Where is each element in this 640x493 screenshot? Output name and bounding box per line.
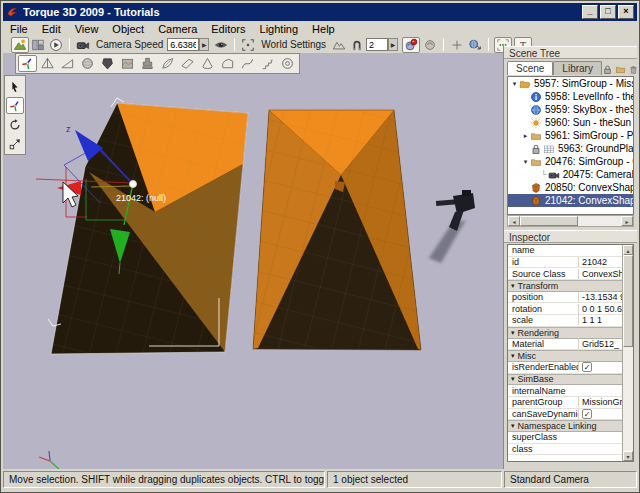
scroll-right-button[interactable]: ▸: [621, 216, 633, 226]
tree-item[interactable]: 20850: ConvexShape: [508, 181, 633, 194]
tree-item[interactable]: ▾5957: SimGroup - MissionGroup: [508, 77, 633, 90]
scroll-up-button[interactable]: ▴: [623, 245, 633, 255]
viewport-3d[interactable]: z 21042: (null): [3, 53, 506, 469]
menu-editors[interactable]: Editors: [204, 23, 252, 35]
tree-item[interactable]: 5960: Sun - theSun: [508, 116, 633, 129]
pyramid-icon: [40, 56, 55, 71]
tree-item[interactable]: └20475: CameraBookmark [N: [508, 168, 633, 181]
snap-size-input[interactable]: [366, 38, 388, 51]
gizmo-tool-button[interactable]: [18, 55, 37, 72]
inspector-section-misc[interactable]: ▾Misc: [508, 350, 622, 362]
inspector-field-internalname: internalName: [508, 385, 622, 397]
snap-size-spinner[interactable]: ▶: [388, 38, 398, 51]
wedge-tool-button[interactable]: [178, 55, 197, 72]
tree-item[interactable]: 21042: ConvexShape: [508, 194, 633, 207]
object-snap-button[interactable]: [348, 37, 366, 53]
magnet-icon: [350, 38, 364, 52]
field-value[interactable]: Grid512_: [578, 338, 622, 349]
new-group-icon[interactable]: [615, 64, 626, 75]
inspector-section-rendering[interactable]: ▾Rendering: [508, 327, 622, 339]
maximize-button[interactable]: □: [600, 5, 616, 19]
menu-lighting[interactable]: Lighting: [253, 23, 306, 35]
inspector-vscrollbar[interactable]: ▴ ▾: [622, 245, 633, 461]
tree-item[interactable]: 5958: LevelInfo - theLevelInfo: [508, 90, 633, 103]
box-tool-button[interactable]: [118, 55, 137, 72]
drop-world-icon: [468, 38, 482, 52]
scroll-thumb[interactable]: [520, 216, 578, 226]
tab-library[interactable]: Library: [553, 61, 602, 75]
grid-snap-button[interactable]: [421, 37, 439, 53]
scale-tool-button[interactable]: [6, 135, 24, 152]
expand-right-icon[interactable]: ▸: [521, 132, 530, 140]
close-button[interactable]: ×: [618, 5, 634, 19]
inspector-field-parentgroup: parentGroupMissionGroup: [508, 397, 622, 409]
expand-down-icon[interactable]: ▾: [521, 158, 530, 166]
visibility-button[interactable]: [212, 37, 230, 53]
camera-menu-button[interactable]: [74, 37, 92, 53]
delete-icon[interactable]: [628, 64, 639, 75]
tab-scene[interactable]: Scene: [507, 61, 553, 75]
inspector-section-namespace-linking[interactable]: ▾Namespace Linking: [508, 420, 622, 432]
camera-speed-spinner[interactable]: ▶: [199, 38, 209, 51]
expand-down-icon[interactable]: ▾: [510, 80, 519, 88]
tree-item[interactable]: 5963: GroundPlane: [508, 142, 633, 155]
rotate-tool-button[interactable]: [6, 116, 24, 133]
pyramid-tool-button[interactable]: [38, 55, 57, 72]
drop-location-button[interactable]: [466, 37, 484, 53]
field-label: id: [508, 257, 578, 267]
inspector-section-transform[interactable]: ▾Transform: [508, 280, 622, 292]
torus-tool-button[interactable]: [278, 55, 297, 72]
field-value[interactable]: 1 1 1: [578, 315, 622, 325]
scroll-down-button[interactable]: ▾: [623, 451, 633, 461]
field-value[interactable]: ✓: [578, 362, 622, 372]
camera-speed-input[interactable]: [167, 38, 199, 51]
menu-object[interactable]: Object: [105, 23, 151, 35]
checkbox[interactable]: ✓: [582, 409, 592, 419]
move-tool-button[interactable]: [6, 97, 24, 114]
menu-camera[interactable]: Camera: [151, 23, 204, 35]
checkbox[interactable]: ✓: [582, 362, 592, 372]
inspector-section-simbase[interactable]: ▾SimBase: [508, 374, 622, 386]
select-tool-button[interactable]: [6, 78, 24, 95]
menu-file[interactable]: File: [3, 23, 35, 35]
field-value[interactable]: 21042: [578, 257, 622, 267]
magnet-icon: [350, 38, 364, 52]
scroll-thumb[interactable]: [623, 255, 633, 347]
terrain-snap-button[interactable]: [330, 37, 348, 53]
slope-tool-button[interactable]: [58, 55, 77, 72]
weapon-object[interactable]: [429, 190, 475, 263]
field-value[interactable]: ✓: [578, 409, 622, 419]
menu-edit[interactable]: Edit: [35, 23, 68, 35]
menu-view[interactable]: View: [68, 23, 106, 35]
stairs-tool-button[interactable]: [258, 55, 277, 72]
shield-tool-button[interactable]: [98, 55, 117, 72]
convex-shape-20850[interactable]: [253, 110, 421, 350]
gui-editor-button[interactable]: [29, 37, 47, 53]
tree-item[interactable]: 5959: SkyBox - theSky: [508, 103, 633, 116]
sphere-tool-button[interactable]: [78, 55, 97, 72]
world-editor-button[interactable]: [11, 37, 29, 53]
gizmo-center-handle[interactable]: [130, 181, 137, 188]
field-value[interactable]: MissionGroup: [578, 397, 622, 407]
play-button[interactable]: [47, 37, 65, 53]
tree-item-label: 5957: SimGroup - MissionGroup: [534, 78, 633, 89]
cone-tool-button[interactable]: [198, 55, 217, 72]
add-object-button[interactable]: [448, 37, 466, 53]
curve-tool-button[interactable]: [238, 55, 257, 72]
tree-item[interactable]: ▸5961: SimGroup - PlayerDropP: [508, 129, 633, 142]
scene-tree-hscrollbar[interactable]: ◂ ▸: [507, 215, 634, 227]
shell-tool-button[interactable]: [218, 55, 237, 72]
tree-item[interactable]: ▾20476: SimGroup - CameraBoo: [508, 155, 633, 168]
frame-selection-button[interactable]: [239, 37, 257, 53]
field-value[interactable]: 0 0 1 50.6699: [578, 304, 622, 314]
leaf-tool-button[interactable]: [158, 55, 177, 72]
lock-selection-icon[interactable]: [602, 64, 613, 75]
stamp-tool-button[interactable]: [138, 55, 157, 72]
field-value[interactable]: -13.1534 9.124: [578, 292, 622, 302]
weapon-shadow: [429, 220, 466, 263]
soft-snap-toggle[interactable]: [402, 37, 420, 53]
scroll-left-button[interactable]: ◂: [508, 216, 520, 226]
field-value[interactable]: ConvexShape: [578, 269, 622, 279]
minimize-button[interactable]: _: [582, 5, 598, 19]
menu-help[interactable]: Help: [305, 23, 342, 35]
